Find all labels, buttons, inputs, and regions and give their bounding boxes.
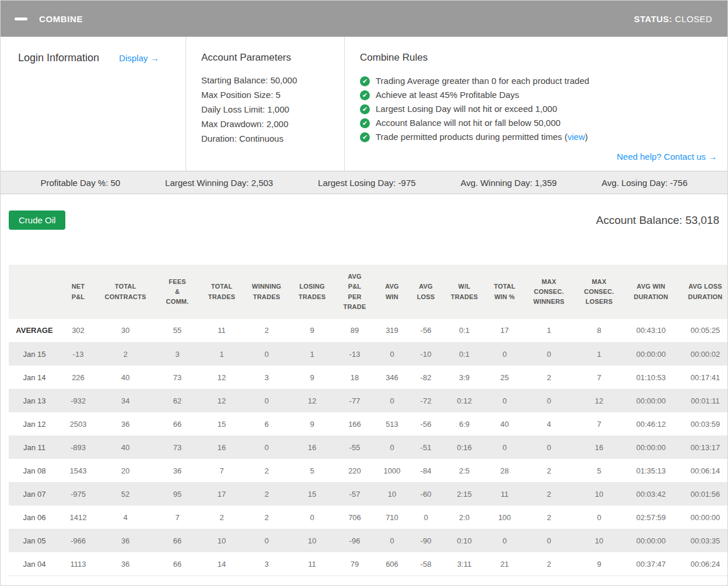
table-cell: 513: [375, 412, 409, 436]
table-cell: 0: [243, 389, 290, 412]
table-cell: -966: [60, 529, 96, 552]
status-label: STATUS:: [634, 14, 673, 24]
table-cell: 0: [375, 342, 409, 366]
table-cell: 6:9: [443, 412, 486, 436]
table-cell: 3: [243, 552, 290, 576]
check-icon: [360, 90, 370, 100]
table-cell: 0: [375, 529, 409, 552]
table-cell: 3:11: [443, 552, 486, 576]
table-cell: 3: [243, 366, 290, 389]
table-cell: 0: [523, 529, 575, 552]
table-cell: 00:03:35: [678, 529, 728, 552]
table-cell: 4: [96, 506, 155, 529]
table-cell: 00:06:24: [678, 552, 728, 576]
table-cell: 01:35:13: [624, 459, 678, 482]
table-cell: -10: [409, 342, 443, 366]
table-cell: 0: [243, 342, 290, 366]
table-cell: 302: [60, 319, 96, 342]
table-cell: 11: [200, 319, 243, 342]
table-cell: 3:9: [443, 366, 486, 389]
table-cell: 20: [96, 459, 155, 482]
contact-us-link[interactable]: Need help? Contact us →: [617, 152, 717, 162]
rule-text: Achieve at least 45% Profitable Days: [376, 88, 519, 102]
view-link[interactable]: view: [568, 132, 585, 142]
row-label: Jan 04: [9, 552, 60, 576]
column-header: W/L TRADES: [443, 265, 486, 319]
display-link[interactable]: Display →: [119, 53, 159, 63]
table-cell: 3: [155, 342, 200, 366]
account-parameter: Daily Loss Limit: 1,000: [201, 102, 344, 117]
table-cell: 1: [575, 342, 624, 366]
column-header: AVG WIN: [375, 265, 409, 319]
table-cell: 4: [523, 412, 575, 436]
table-cell: 95: [155, 482, 200, 506]
table-cell: 0: [486, 342, 523, 366]
row-label: Jan 06: [9, 506, 60, 529]
login-information-section: Login Information Display →: [1, 37, 186, 171]
rule-text: Largest Losing Day will not hit or excee…: [376, 102, 557, 116]
column-header: MAX CONSEC. WINNERS: [523, 265, 575, 319]
table-cell: 00:00:00: [624, 342, 678, 366]
rule-item: Account Balance will not hit or fall bel…: [360, 116, 718, 130]
table-cell: 2: [200, 506, 243, 529]
table-cell: 1113: [60, 552, 96, 576]
table-cell: 00:37:47: [624, 552, 678, 576]
table-cell: 36: [155, 459, 200, 482]
table-cell: 11: [290, 552, 334, 576]
daily-stats-table: NET P&LTOTAL CONTRACTSFEES & COMM.TOTAL …: [9, 265, 728, 576]
rule-item: Largest Losing Day will not hit or excee…: [360, 102, 718, 116]
stat-item: Avg. Losing Day: -756: [601, 178, 687, 188]
table-cell: -932: [60, 389, 96, 412]
table-cell: 55: [155, 319, 200, 342]
table-cell: 2:0: [443, 506, 486, 529]
table-cell: 36: [96, 529, 155, 552]
rule-text: Trading Average greater than 0 for each …: [376, 74, 589, 88]
table-cell: 62: [155, 389, 200, 412]
column-header: TOTAL CONTRACTS: [96, 265, 155, 319]
product-button-crude-oil[interactable]: Crude Oil: [9, 210, 65, 230]
table-cell: 00:00:00: [624, 436, 678, 459]
table-cell: 00:46:12: [624, 412, 678, 436]
table-cell: 7: [200, 459, 243, 482]
table-cell: 12: [200, 389, 243, 412]
combine-rules-title: Combine Rules: [360, 52, 428, 63]
table-cell: 1: [200, 342, 243, 366]
table-cell: -84: [409, 459, 443, 482]
table-cell: 66: [155, 412, 200, 436]
table-cell: 0: [486, 389, 523, 412]
info-section: Login Information Display → Account Para…: [1, 37, 727, 171]
table-cell: 2: [523, 459, 575, 482]
row-label: Jan 11: [9, 436, 60, 459]
row-label: Jan 07: [9, 482, 60, 506]
rule-text: Account Balance will not hit or fall bel…: [376, 116, 561, 130]
row-label: Jan 13: [9, 389, 60, 412]
table-cell: 34: [96, 389, 155, 412]
table-cell: -58: [409, 552, 443, 576]
rules-list: Trading Average greater than 0 for each …: [360, 74, 718, 144]
table-row: Jan 13-932346212012-770-720:12001200:00:…: [9, 389, 728, 412]
table-cell: 1000: [375, 459, 409, 482]
table-cell: -975: [60, 482, 96, 506]
column-header: AVG LOSS: [409, 265, 443, 319]
table-cell: 11: [486, 482, 523, 506]
account-parameters-section: Account Parameters Starting Balance: 50,…: [186, 37, 345, 171]
table-cell: 2: [243, 459, 290, 482]
table-cell: 0: [523, 436, 575, 459]
table-cell: -13: [60, 342, 96, 366]
table-cell: 1543: [60, 459, 96, 482]
column-header: AVG LOSS DURATION: [678, 265, 728, 319]
table-cell: 66: [155, 529, 200, 552]
table-cell: 00:43:10: [624, 319, 678, 342]
table-cell: 606: [375, 552, 409, 576]
table-row: AVERAGE3023055112989319-560:1171800:43:1…: [9, 319, 728, 342]
table-cell: 00:00:00: [624, 529, 678, 552]
stat-item: Profitable Day %: 50: [40, 178, 120, 188]
table-row: Jan 11-893407316016-550-510:16001600:00:…: [9, 436, 728, 459]
table-cell: 9: [290, 319, 334, 342]
account-parameter: Duration: Continuous: [201, 131, 344, 146]
table-cell: 25: [486, 366, 523, 389]
table-cell: 12: [290, 389, 334, 412]
table-cell: 346: [375, 366, 409, 389]
table-cell: 0: [523, 389, 575, 412]
minimize-icon[interactable]: [15, 17, 27, 20]
